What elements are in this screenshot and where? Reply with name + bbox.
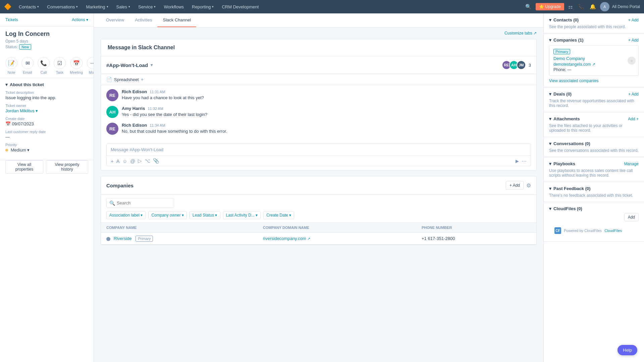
attach-icon[interactable]: + [111, 158, 114, 164]
call-action[interactable]: 📞 Call [38, 57, 50, 74]
view-all-properties-button[interactable]: View all properties [5, 160, 43, 174]
tab-activities[interactable]: Activities [129, 13, 157, 27]
status-badge[interactable]: New [19, 44, 31, 50]
companies-chevron-icon: ▾ [549, 38, 551, 43]
field-description: Ticket description Issue logging into th… [5, 90, 88, 100]
task-icon: ☑ [54, 57, 66, 69]
companies-search-input[interactable] [107, 198, 174, 207]
primary-badge: Primary [136, 236, 153, 242]
right-domain-link[interactable]: demotestangela.com ↗ [553, 62, 595, 67]
search-input-wrap: 🔍 [106, 198, 174, 208]
right-companies-header[interactable]: ▾ Companies (1) + Add [549, 38, 639, 43]
input-toolbar: + A ☺ @ ▷ ⌥ 📎 ▶ ⋯ [107, 156, 531, 166]
meeting-action[interactable]: 📅 Meeting [70, 57, 83, 74]
send-button[interactable]: ▶ [516, 159, 519, 164]
attachments-section-header[interactable]: ▾ Attachments Add + [549, 116, 639, 121]
about-section: ▾ About this ticket Ticket description I… [0, 78, 94, 160]
upgrade-button[interactable]: ⭐ Upgrade [536, 3, 564, 10]
add-file-icon[interactable]: + [141, 77, 144, 82]
nav-conversations[interactable]: Conversations ▾ [44, 0, 81, 13]
filter-company-owner[interactable]: Company owner ▾ [148, 211, 187, 219]
right-conversations-title: ▾ Conversations (0) [549, 141, 590, 146]
contacts-add-link[interactable]: + Add [628, 18, 639, 22]
filter-last-activity[interactable]: Last Activity D... ▾ [223, 211, 261, 219]
view-associated-companies-link[interactable]: View associated companies [549, 78, 639, 83]
playbooks-manage-link[interactable]: Manage [624, 162, 639, 166]
cloudfiles-chevron-icon: ▾ [549, 206, 551, 211]
view-property-history-button[interactable]: View property history [46, 160, 88, 174]
clip-icon[interactable]: 📎 [153, 158, 159, 164]
cloudfiles-header[interactable]: ▾ CloudFiles (0) [549, 206, 639, 211]
gif-icon[interactable]: ▷ [138, 158, 142, 164]
about-section-header[interactable]: ▾ About this ticket [5, 82, 88, 87]
nav-icons-group: 🔍 ⭐ Upgrade ⚏ 📞 🔔 A All Demo Portal [524, 2, 640, 11]
col-company-name: COMPANY NAME [101, 223, 258, 233]
nav-sales[interactable]: Sales ▾ [113, 0, 134, 13]
field-create-date: Create date 📅 09/07/2023 [5, 117, 88, 126]
message-3: RE Rich Edison 11:34 AM No, but that cou… [106, 123, 531, 135]
view-buttons-bar: View all properties View property histor… [0, 160, 94, 178]
hubspot-logo[interactable]: 🔶 [4, 3, 11, 10]
past-feedback-header[interactable]: ▾ Past Feedback (0) [549, 186, 639, 191]
cloudfiles-add-button[interactable]: Add [624, 213, 639, 221]
deals-section-header[interactable]: ▾ Deals (0) + Add [549, 92, 639, 97]
cell-company-name: Riverside Primary [101, 233, 258, 245]
breadcrumb[interactable]: Tickets [5, 17, 18, 22]
nav-workflows[interactable]: Workflows [160, 0, 187, 13]
more-input-icon[interactable]: ⋯ [522, 158, 527, 164]
email-action[interactable]: ✉ Email [21, 57, 34, 74]
more-action[interactable]: ⋯ More [87, 57, 94, 74]
companies-settings-icon[interactable]: ⚙ [526, 182, 531, 189]
domain-link[interactable]: riversidecompany.com [263, 236, 306, 241]
channel-name-button[interactable]: #App-Won't-Load ▾ [106, 62, 153, 68]
customize-tabs-link[interactable]: Customize tabs ↗ [504, 31, 537, 36]
help-button[interactable]: Help [618, 345, 637, 355]
nav-crm-dev[interactable]: CRM Development [218, 0, 262, 13]
past-feedback-section: ▾ Past Feedback (0) There's no feedback … [544, 182, 644, 202]
nav-marketing[interactable]: Marketing ▾ [83, 0, 111, 13]
attachments-add-link[interactable]: Add + [628, 117, 639, 121]
right-company-name-link[interactable]: Demo Company [553, 56, 634, 61]
filter-assoc-label[interactable]: Association label ▾ [106, 211, 146, 219]
contacts-chevron-icon: ▾ [549, 17, 551, 22]
nav-reporting[interactable]: Reporting ▾ [189, 0, 217, 13]
msg-content-2: Amy Harris 11:32 AM Yes - did you see th… [122, 106, 531, 118]
cloudfiles-link[interactable]: CloudFiles [604, 229, 622, 233]
companies-add-link[interactable]: + Add [628, 38, 639, 43]
company-name-link[interactable]: Riverside [114, 236, 132, 241]
channel-members: RE AH JM 3 [502, 60, 531, 70]
spreadsheet-label: Spreadsheet [114, 77, 139, 82]
past-feedback-chevron-icon: ▾ [549, 186, 551, 191]
contacts-section-header[interactable]: ▾ Contacts (0) + Add [549, 17, 639, 22]
tab-overview[interactable]: Overview [101, 13, 129, 27]
add-company-button[interactable]: + Add [506, 181, 524, 190]
search-icon: 🔍 [109, 200, 115, 206]
deals-add-link[interactable]: + Add [628, 92, 639, 97]
mention-icon[interactable]: @ [130, 158, 135, 164]
nav-contacts[interactable]: Contacts ▾ [15, 0, 42, 13]
field-last-reply: Last customer reply date — [5, 130, 88, 139]
message-input[interactable] [107, 144, 531, 156]
search-icon[interactable]: 🔍 [524, 2, 533, 11]
domain-external-icon: ↗ [592, 62, 595, 67]
playbooks-section-header[interactable]: ▾ Playbooks Manage [549, 161, 639, 166]
apps-icon[interactable]: ⚏ [567, 2, 574, 11]
note-action[interactable]: 📝 Note [5, 57, 17, 74]
actions-button[interactable]: Actions ▾ [72, 17, 88, 22]
filter-lead-status[interactable]: Lead Status ▾ [190, 211, 220, 219]
bell-icon[interactable]: 🔔 [588, 2, 597, 11]
emoji-icon[interactable]: ☺ [122, 158, 127, 164]
right-panel: ▾ Contacts (0) + Add See the people asso… [543, 13, 644, 362]
filter-create-date[interactable]: Create Date ▾ [263, 211, 294, 219]
code-icon[interactable]: ⌥ [145, 158, 150, 164]
attachments-chevron-icon: ▾ [549, 116, 551, 121]
tab-slack-channel[interactable]: Slack Channel [157, 13, 196, 27]
task-action[interactable]: ☑ Task [54, 57, 66, 74]
text-format-icon[interactable]: A [116, 158, 120, 164]
company-card-toggle[interactable]: ○ [628, 57, 636, 65]
deals-title: ▾ Deals (0) [549, 92, 572, 97]
right-conversations-header[interactable]: ▾ Conversations (0) [549, 141, 639, 146]
nav-service[interactable]: Service ▾ [135, 0, 159, 13]
phone-icon[interactable]: 📞 [577, 2, 586, 11]
user-avatar[interactable]: A [600, 2, 609, 11]
